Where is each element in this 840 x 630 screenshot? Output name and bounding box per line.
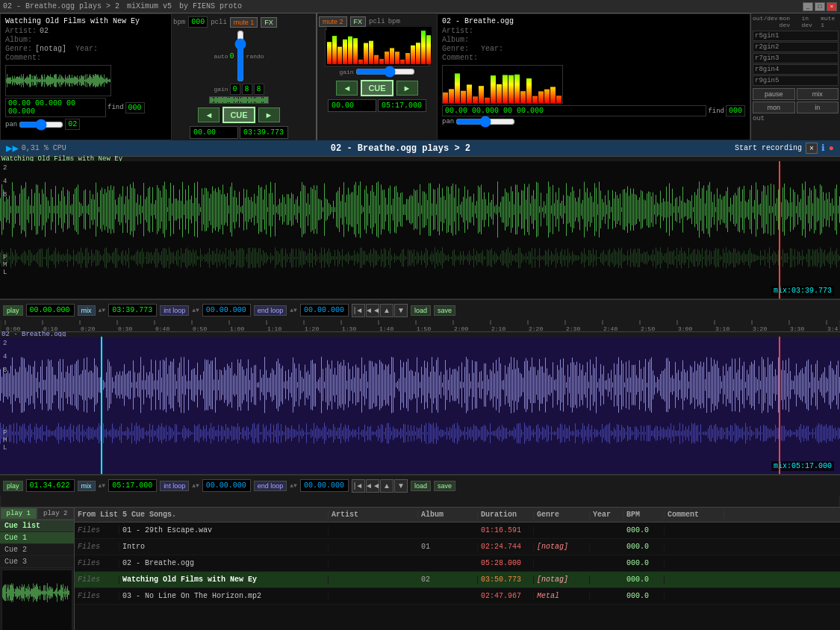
- deck2-mute-button[interactable]: mute 2: [319, 16, 347, 27]
- cue-3-item[interactable]: Cue 3: [0, 556, 74, 568]
- maximize-button[interactable]: □: [815, 2, 825, 11]
- header-count: 5 Cue Songs.: [119, 511, 329, 519]
- waveform-display-1[interactable]: 248 PML mix:03:39.773: [0, 161, 840, 299]
- deck1-endloop-button[interactable]: end loop: [254, 305, 287, 316]
- cue-list-header[interactable]: Cue list: [0, 520, 74, 532]
- track-row[interactable]: Files01 - 29th Escape.wav01:16.591000.0: [75, 523, 840, 539]
- deck1-save-button[interactable]: save: [434, 305, 455, 316]
- deck1-load-button[interactable]: load: [411, 305, 431, 316]
- track-cell-duration: 02:47.967: [478, 592, 534, 600]
- playlist-tab-1[interactable]: play 1: [0, 508, 37, 520]
- deck2-play-ctrl-button[interactable]: play: [3, 481, 23, 491]
- deck1-mix-arrow: ▲▼: [99, 307, 106, 314]
- deck1-play-button[interactable]: ►: [258, 107, 280, 122]
- svg-text:0:40: 0:40: [155, 325, 169, 332]
- deck1-cue-button[interactable]: CUE: [223, 107, 255, 123]
- deck1-mix-button[interactable]: mix: [78, 305, 96, 316]
- deck2-intloop-button[interactable]: int loop: [160, 481, 189, 491]
- sidebar-preview-canvas: [2, 570, 69, 615]
- deck1-intloop-button[interactable]: int loop: [160, 305, 189, 316]
- track-cell-album: 02: [418, 576, 478, 584]
- deck1-time-main: 03:39.773: [240, 126, 288, 139]
- mix-right-button[interactable]: mix: [797, 88, 839, 100]
- deck1-mute-button[interactable]: mute 1: [230, 17, 258, 28]
- track-row[interactable]: FilesWatching Old Films with New Ey0203:…: [75, 572, 840, 588]
- deck2-pan-label: pan: [442, 118, 454, 125]
- deck2-cue-back-button[interactable]: ◄: [336, 81, 358, 96]
- deck1-track-title: Watching Old Films with New Ey: [5, 17, 167, 25]
- deck1-auto-label: auto: [214, 53, 228, 60]
- deck2-main-time-ctrl: 05:17.000: [108, 479, 157, 492]
- deck2-load-button[interactable]: load: [411, 481, 431, 491]
- deck2-channel-strip: mute 2 FX pcli bpm gain ◄ CUE ► 00.00: [317, 13, 437, 140]
- waveform-display-2[interactable]: 248 PML mix:05:17.000: [0, 337, 840, 475]
- deck2-endloop-button[interactable]: end loop: [254, 481, 287, 491]
- svg-text:3:20: 3:20: [753, 325, 767, 332]
- track-cell-genre: [notag]: [534, 576, 590, 584]
- deck2: mute 2 FX pcli bpm gain ◄ CUE ► 00.00: [317, 13, 840, 140]
- track-row[interactable]: Files03 - No Line On The Horizon.mp202:4…: [75, 588, 840, 605]
- right-mixer-panel: out/dev mon dev in dev mute 1 r5gin1 r2g…: [750, 13, 840, 140]
- cue-1-item[interactable]: Cue 1: [0, 532, 74, 544]
- in-button[interactable]: in: [797, 102, 839, 113]
- deck2-mix-arrow: ▲▼: [99, 482, 106, 489]
- track-row[interactable]: Files02 - Breathe.ogg05:28.000000.0: [75, 555, 840, 572]
- deck2-fwd-button[interactable]: ▼: [394, 479, 408, 493]
- header-genre: Genre: [534, 511, 590, 519]
- deck1-fwd-button[interactable]: ▼: [394, 304, 408, 317]
- right-row-3: r7gin3: [753, 53, 839, 63]
- header-album: Album: [418, 511, 478, 519]
- spectrum-canvas: [327, 27, 432, 64]
- deck1-cue-back-button[interactable]: ◄: [198, 107, 220, 122]
- deck1-fx-button[interactable]: FX: [261, 17, 277, 28]
- deck1-play-time-ctrl: 00.00.000: [26, 304, 75, 316]
- deck2-bpm-label: bpm: [388, 18, 400, 25]
- header-duration: Duration: [478, 511, 534, 519]
- deck2-prev-button[interactable]: |◄: [352, 479, 365, 493]
- minimize-button[interactable]: _: [803, 2, 813, 11]
- recording-close-button[interactable]: ×: [806, 143, 818, 154]
- track-cell-source: Files: [75, 576, 119, 584]
- deck1-volume-slider[interactable]: [236, 30, 245, 82]
- app-by: by FIENS proto: [179, 2, 242, 10]
- track-cell-duration: 03:50.773: [478, 576, 534, 584]
- deck2-rewind-button[interactable]: ◄◄: [366, 479, 379, 493]
- track-cell-genre: [notag]: [534, 543, 590, 551]
- track-row[interactable]: FilesIntro0102:24.744[notag]000.0: [75, 539, 840, 555]
- svg-text:1:30: 1:30: [342, 325, 356, 332]
- cue-2-item[interactable]: Cue 2: [0, 544, 74, 556]
- track-cell-source: Files: [75, 526, 119, 534]
- deck1-pan-slider[interactable]: [19, 122, 63, 128]
- deck2-time-play: 00.00: [328, 99, 376, 112]
- right-row-5: r9gin5: [753, 75, 839, 86]
- deck1-play-ctrl-button[interactable]: play: [3, 305, 23, 316]
- deck2-cue-button[interactable]: CUE: [361, 80, 393, 96]
- header-year: Year: [590, 511, 623, 519]
- deck1-ffwd-button[interactable]: ▲: [380, 304, 393, 317]
- deck2-pcli-label: pcli: [369, 18, 385, 25]
- deck1-waveform-thumb: [209, 96, 269, 104]
- playlist-tab-2[interactable]: play 2: [37, 508, 75, 520]
- header-source: From List: [75, 511, 119, 519]
- deck2-gain-slider[interactable]: [355, 69, 415, 75]
- deck2-play-button[interactable]: ►: [396, 81, 418, 96]
- track-rows-container: Files01 - 29th Escape.wav01:16.591000.0F…: [75, 523, 840, 605]
- out-label: out: [753, 115, 765, 122]
- window-controls[interactable]: _ □ ×: [803, 2, 837, 11]
- deck2-pan-slider[interactable]: [455, 119, 515, 125]
- track-cell-bpm: 000.0: [623, 526, 665, 534]
- deck2-mix-button[interactable]: mix: [78, 481, 96, 491]
- svg-text:0:20: 0:20: [81, 325, 95, 332]
- deck2-ffwd-button[interactable]: ▲: [380, 479, 393, 493]
- deck2-loop-time: 00.00.000: [202, 479, 251, 492]
- deck1-rewind-button[interactable]: ◄◄: [366, 304, 379, 317]
- deck2-save-button[interactable]: save: [434, 481, 455, 491]
- svg-text:0:30: 0:30: [118, 325, 132, 332]
- deck1-gain-0: 0: [230, 84, 240, 95]
- deck2-fx-button[interactable]: FX: [350, 16, 367, 27]
- deck1-thumb-canvas: [209, 96, 269, 104]
- close-button[interactable]: ×: [827, 2, 837, 11]
- pause-button[interactable]: pause: [753, 88, 795, 100]
- deck1-prev-button[interactable]: |◄: [352, 304, 365, 317]
- mon-button[interactable]: mon: [753, 102, 795, 113]
